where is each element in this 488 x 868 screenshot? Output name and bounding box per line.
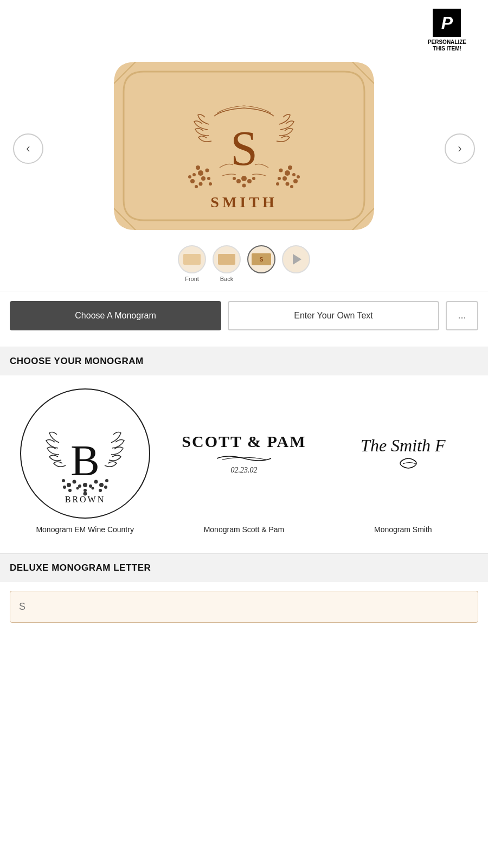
thumbnail-engraved[interactable]: S [247,245,275,282]
tab-row: Choose A Monogram Enter Your Own Text … [0,291,488,340]
svg-point-40 [104,486,107,489]
svg-text:B: B [70,437,99,484]
wine-country-svg: B BROWN [25,394,145,513]
thumbnail-front[interactable]: Front [178,245,206,282]
svg-point-41 [105,479,108,482]
svg-point-2 [201,176,206,181]
personalize-text: PERSONALIZETHIS ITEM! [428,39,466,52]
svg-point-19 [290,185,293,188]
svg-point-18 [286,182,290,186]
svg-point-27 [252,177,255,180]
deluxe-section-header: DELUXE MONOGRAM LETTER [0,554,488,582]
svg-point-9 [188,175,191,178]
svg-point-5 [207,177,210,180]
wine-country-label: Monogram EM Wine Country [36,525,134,534]
thumbnail-video[interactable] [282,245,310,282]
deluxe-input-row [0,582,488,631]
svg-point-1 [196,165,200,170]
scott-pam-swirl [211,453,277,464]
svg-point-45 [91,487,94,490]
thumbnail-row: Front Back S [0,241,488,284]
svg-text:SMITH: SMITH [210,194,277,210]
svg-point-39 [99,483,104,487]
svg-point-14 [292,173,296,176]
next-arrow-button[interactable]: › [445,133,475,164]
svg-point-13 [282,176,287,181]
svg-point-24 [247,179,252,183]
svg-point-10 [209,182,212,186]
deluxe-section: DELUXE MONOGRAM LETTER [0,554,488,631]
monogram-grid: B BROWN Monogram EM Wine Country SCOTT &… [0,375,488,547]
svg-point-21 [276,182,279,186]
scott-pam-name: SCOTT & PAM [182,432,306,451]
svg-point-25 [242,184,246,188]
thumbnail-back[interactable]: Back [213,245,241,282]
product-image-wrapper: S SMITH [114,62,374,230]
smith-family-label: Monogram Smith [374,525,432,534]
cutting-board-svg: S SMITH [114,62,374,230]
smith-swirl [376,456,430,472]
monogram-section-header: CHOOSE YOUR MONOGRAM [0,347,488,375]
header: P PERSONALIZETHIS ITEM! [0,0,488,56]
prev-arrow-button[interactable]: ‹ [13,133,43,164]
svg-point-0 [198,170,203,176]
svg-point-26 [233,177,236,180]
scott-pam-date: 02.23.02 [230,466,257,475]
product-section: ‹ [0,56,488,241]
svg-point-22 [241,176,247,181]
svg-point-35 [78,484,81,488]
monogram-preview-smith-family: The Smith F [338,388,468,519]
personalize-badge: P PERSONALIZETHIS ITEM! [428,9,466,52]
svg-point-32 [63,486,66,489]
monogram-preview-wine-country: B BROWN [20,388,150,519]
svg-point-34 [68,489,72,492]
tab-enter-own-text[interactable]: Enter Your Own Text [228,301,439,330]
svg-point-7 [199,182,203,186]
svg-point-42 [99,489,102,492]
svg-point-17 [293,179,298,183]
svg-text:S: S [230,122,258,175]
smith-family-text: The Smith F [361,436,445,456]
monogram-item-wine-country[interactable]: B BROWN Monogram EM Wine Country [5,388,164,534]
monogram-preview-scott-pam: SCOTT & PAM 02.23.02 [179,388,309,519]
svg-point-15 [279,169,283,173]
svg-point-4 [206,169,209,173]
svg-point-8 [195,185,198,188]
svg-point-11 [285,170,290,176]
svg-point-23 [236,179,241,183]
svg-point-37 [89,484,92,488]
svg-point-43 [84,489,87,492]
svg-point-12 [288,165,292,170]
svg-point-44 [76,487,79,490]
svg-text:BROWN: BROWN [65,495,105,504]
svg-point-16 [278,177,281,180]
monogram-item-scott-pam[interactable]: SCOTT & PAM 02.23.02 Monogram Scott & Pa… [164,388,323,534]
deluxe-letter-input[interactable] [10,591,478,623]
svg-point-3 [192,173,196,176]
monogram-item-smith-family[interactable]: The Smith F Monogram Smith [324,388,483,534]
tab-choose-monogram[interactable]: Choose A Monogram [10,301,221,330]
svg-point-6 [190,179,195,183]
personalize-logo: P [433,9,461,37]
svg-point-33 [62,479,65,482]
svg-point-20 [297,175,300,178]
scott-pam-label: Monogram Scott & Pam [204,525,285,534]
tab-more[interactable]: … [446,301,478,330]
